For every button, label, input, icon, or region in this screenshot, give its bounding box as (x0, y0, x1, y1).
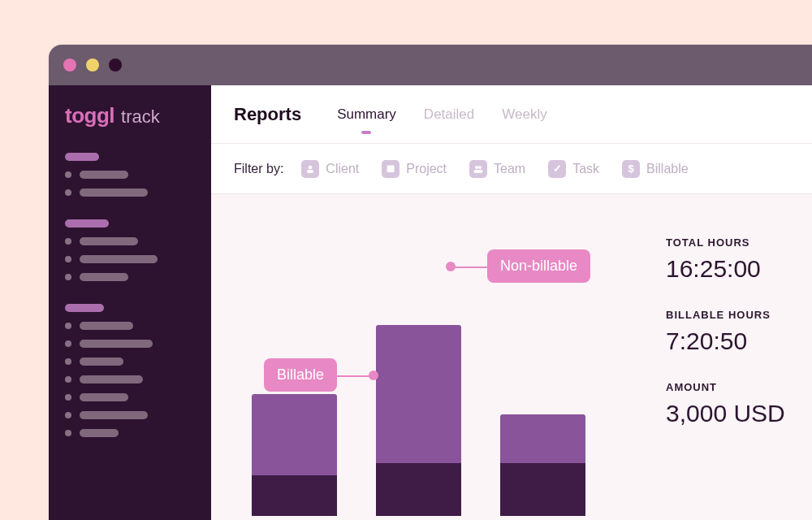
content: Sat14/10Sun15/10Mon16/10 Non-billable Bi… (211, 194, 812, 520)
stat-total-hours: TOTAL HOURS 16:25:00 (666, 236, 785, 283)
filter-chip-client[interactable]: Client (301, 160, 359, 178)
sidebar-item-bullet-icon (65, 412, 71, 418)
page-title: Reports (234, 104, 301, 125)
sidebar-item[interactable] (65, 322, 195, 330)
filter-label: Filter by: (234, 162, 283, 176)
svg-rect-6 (474, 170, 483, 173)
filter-chip-label: Client (326, 162, 359, 176)
window-close-dot[interactable] (63, 58, 76, 72)
filter-chip-billable[interactable]: $Billable (622, 160, 689, 178)
bar-segment-billable (252, 475, 337, 516)
sidebar-item-label-placeholder (80, 171, 128, 179)
sidebar-item-label-placeholder (80, 429, 119, 437)
bar-segment-billable (376, 463, 461, 516)
tab-summary[interactable]: Summary (335, 102, 398, 128)
sidebar-item[interactable] (65, 273, 195, 281)
sidebar-item-bullet-icon (65, 238, 71, 245)
svg-rect-2 (387, 167, 395, 172)
stat-billable-hours: BILLABLE HOURS 7:20:50 (666, 309, 785, 355)
sidebar-item[interactable] (65, 429, 195, 437)
app-window: toggl track Reports SummaryDetailedWeekl… (49, 45, 812, 520)
sidebar-item-bullet-icon (65, 189, 71, 196)
bar-segment-non-billable (252, 394, 337, 475)
bar-segment-non-billable (500, 414, 585, 463)
sidebar-item[interactable] (65, 411, 195, 419)
filter-chip-label: Project (406, 162, 447, 176)
sidebar-item-bullet-icon (65, 340, 71, 347)
sidebar-item-bullet-icon (65, 256, 71, 262)
svg-point-4 (475, 166, 478, 169)
team-icon (469, 160, 487, 178)
bar-mon (500, 414, 585, 516)
sidebar-item-bullet-icon (65, 394, 71, 401)
sidebar-item-label-placeholder (80, 255, 158, 263)
header: Reports SummaryDetailedWeekly (211, 85, 812, 144)
stat-billable-hours-value: 7:20:50 (666, 327, 785, 355)
filter-chip-label: Team (494, 162, 525, 176)
sidebar-item-bullet-icon (65, 358, 71, 365)
stat-billable-hours-label: BILLABLE HOURS (666, 309, 785, 321)
project-icon (382, 160, 400, 178)
svg-rect-1 (307, 170, 313, 173)
filter-chip-task[interactable]: ✓Task (548, 160, 599, 178)
callout-billable-label: Billable (277, 366, 324, 384)
sidebar-item-label-placeholder (80, 393, 128, 401)
sidebar-item-bullet-icon (65, 274, 71, 280)
svg-point-0 (309, 165, 313, 169)
sidebar-item-label-placeholder (80, 322, 133, 330)
task-icon: ✓ (548, 160, 566, 178)
brand-main: toggl (65, 103, 114, 128)
tab-detailed[interactable]: Detailed (422, 102, 476, 128)
callout-non-billable: Non-billable (487, 249, 590, 283)
bar-segment-billable (500, 463, 585, 516)
sidebar-group (65, 153, 195, 197)
stats-panel: TOTAL HOURS 16:25:00 BILLABLE HOURS 7:20… (666, 214, 785, 520)
svg-rect-3 (387, 165, 395, 167)
sidebar-item-bullet-icon (65, 376, 71, 383)
bar-stack[interactable] (252, 394, 337, 516)
callout-non-billable-label: Non-billable (500, 258, 577, 275)
window-zoom-dot[interactable] (109, 58, 122, 72)
sidebar-item-bullet-icon (65, 171, 71, 178)
sidebar-item[interactable] (65, 358, 195, 366)
sidebar-group (65, 304, 195, 437)
sidebar-group (65, 219, 195, 281)
sidebar-item-label-placeholder (80, 340, 153, 348)
sidebar-item[interactable] (65, 393, 195, 401)
sidebar-item-label-placeholder (80, 411, 148, 419)
stat-amount-label: AMOUNT (666, 381, 785, 393)
bar-stack[interactable] (500, 414, 585, 516)
sidebar-item-bullet-icon (65, 323, 71, 329)
sidebar: toggl track (49, 85, 211, 520)
stat-amount: AMOUNT 3,000 USD (666, 381, 785, 427)
sidebar-item-label-placeholder (80, 358, 123, 366)
bar-segment-non-billable (376, 325, 461, 463)
sidebar-item[interactable] (65, 171, 195, 179)
summary-bar-chart: Sat14/10Sun15/10Mon16/10 Non-billable Bi… (252, 214, 633, 520)
tab-weekly[interactable]: Weekly (500, 102, 548, 128)
sidebar-item[interactable] (65, 255, 195, 263)
sidebar-group-header (65, 153, 99, 161)
sidebar-item-label-placeholder (80, 375, 143, 384)
filter-chip-team[interactable]: Team (469, 160, 525, 178)
sidebar-item-bullet-icon (65, 430, 71, 436)
bar-stack[interactable] (376, 325, 461, 516)
window-minimize-dot[interactable] (86, 58, 99, 72)
filter-chip-label: Task (572, 162, 599, 176)
sidebar-item[interactable] (65, 375, 195, 384)
sidebar-item-label-placeholder (80, 237, 138, 245)
client-icon (301, 160, 319, 178)
sidebar-item[interactable] (65, 237, 195, 245)
sidebar-item-label-placeholder (80, 273, 128, 281)
filter-chip-project[interactable]: Project (382, 160, 447, 178)
stat-amount-value: 3,000 USD (666, 400, 785, 427)
titlebar (49, 45, 812, 85)
sidebar-item[interactable] (65, 188, 195, 197)
brand: toggl track (65, 103, 195, 128)
bar-sat (252, 394, 337, 516)
main-panel: Reports SummaryDetailedWeekly Filter by:… (211, 85, 812, 520)
svg-point-5 (478, 166, 482, 169)
filter-bar: Filter by: ClientProjectTeam✓Task$Billab… (211, 144, 812, 194)
sidebar-group-header (65, 219, 109, 228)
sidebar-item[interactable] (65, 340, 195, 348)
